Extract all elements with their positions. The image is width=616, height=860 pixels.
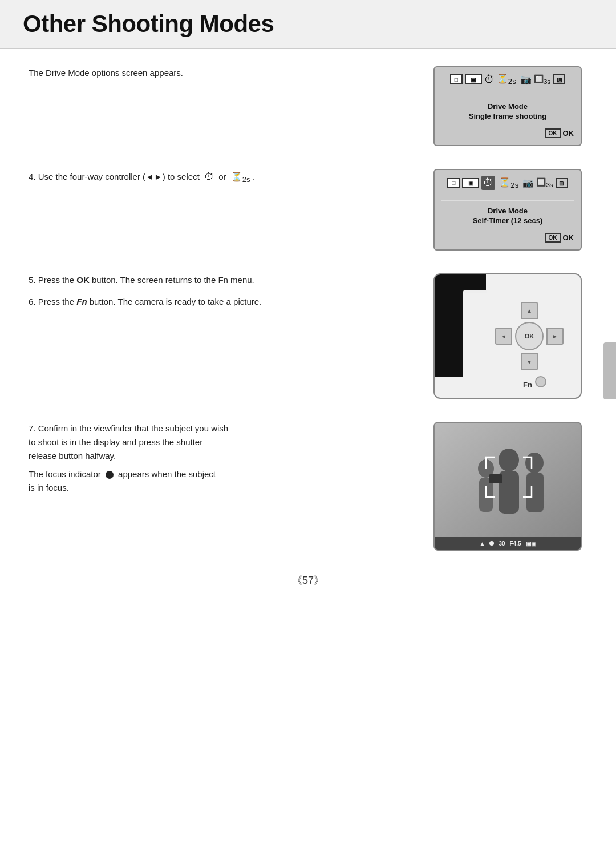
step7-text5: appears when the subject — [118, 469, 216, 479]
icon-remote-2: 📷 — [522, 177, 534, 188]
controller-area: ▲ ▼ ◄ ► OK Fn — [433, 273, 582, 399]
step6-text-a: 6. Press the — [29, 297, 74, 306]
icon-last-2: ▨ — [556, 178, 568, 188]
separator-1 — [441, 96, 574, 96]
step6-text-b: button. The camera is ready to take a pi… — [90, 297, 262, 306]
section1-text: The Drive Mode options screen appears. — [29, 66, 411, 80]
drive-label-1: Drive Mode — [488, 102, 528, 111]
icon-remote-3s: 🔲3s — [534, 74, 550, 85]
svg-rect-0 — [463, 290, 487, 293]
step7-text: 7. Confirm in the viewfinder that the su… — [29, 422, 411, 495]
icon-remote: 📷 — [520, 74, 532, 85]
page-header: Other Shooting Modes — [0, 0, 616, 49]
icon-single-frame: □ — [450, 74, 463, 84]
focus-indicator — [106, 471, 114, 479]
step7-text3: release button halfway. — [29, 451, 116, 461]
ok-row-2: OK OK — [545, 233, 574, 243]
ok-row-1: OK OK — [545, 128, 574, 138]
icon-last: ▨ — [553, 74, 565, 84]
ok-box-2: OK — [545, 233, 561, 243]
drive-value-1: Single frame shooting — [469, 112, 547, 120]
drive-label-2: Drive Mode — [488, 207, 528, 215]
viewfinder-status: ▲ 30 F4.5 ▣▣ — [435, 537, 581, 550]
sidebar-tab — [603, 342, 616, 399]
step4-icon1: ⏱ — [204, 171, 214, 182]
fn-label: Fn — [523, 381, 532, 389]
dpad-right[interactable]: ► — [546, 328, 564, 345]
icon-single-frame-2: □ — [447, 178, 460, 188]
svg-point-4 — [499, 449, 519, 471]
dpad-left[interactable]: ◄ — [495, 328, 512, 345]
step7-focus: The focus indicator appears when the sub… — [29, 467, 405, 495]
step7-text1: 7. Confirm in the viewfinder that the su… — [29, 423, 228, 433]
status-mode: ▣▣ — [526, 540, 536, 547]
viewfinder-image: ▲ 30 F4.5 ▣▣ — [428, 422, 587, 551]
ok-text-2: OK — [563, 233, 574, 242]
section-step7: 7. Confirm in the viewfinder that the su… — [29, 422, 587, 551]
svg-point-6 — [525, 453, 544, 473]
step4-icon2: ⏳2s — [231, 172, 250, 181]
step4-or: or — [218, 172, 226, 181]
drive-mode-intro: The Drive Mode options screen appears. — [29, 66, 405, 80]
ok-text-1: OK — [563, 129, 574, 138]
icon-double-frame-2: ▣ — [462, 178, 479, 188]
step4-main: 4. Use the four-way controller (◄►) to s… — [29, 172, 200, 181]
icon-self-timer-2s: ⏳2s — [497, 73, 516, 86]
step4-content: 4. Use the four-way controller (◄►) to s… — [29, 169, 405, 186]
step5-text-b: button. The screen returns to the Fn men… — [92, 275, 254, 285]
controller-image: ▲ ▼ ◄ ► OK Fn — [428, 273, 587, 399]
icons-row-1: □ ▣ ⏱ ⏳2s 📷 🔲3s ▨ — [450, 73, 565, 86]
status-dot — [489, 541, 494, 546]
step6-bold: Fn — [76, 297, 87, 306]
dpad-down[interactable]: ▼ — [521, 353, 538, 370]
screen1-image: □ ▣ ⏱ ⏳2s 📷 🔲3s ▨ Drive Mode Single fram… — [428, 66, 587, 146]
step5-bold: OK — [76, 275, 90, 285]
step7-text2: to shoot is in the display and press the… — [29, 437, 202, 447]
screen2-image: □ ▣ ⏱ ⏳2s 📷 🔲3s ▨ Drive Mode Self-Timer … — [428, 169, 587, 251]
step7-text4: The focus indicator — [29, 469, 101, 479]
icon-self-timer: ⏱ — [484, 74, 495, 86]
section-steps-5-6: 5. Press the OK button. The screen retur… — [29, 273, 587, 399]
section-drive-mode: The Drive Mode options screen appears. □… — [29, 66, 587, 146]
camera-screen-2: □ ▣ ⏱ ⏳2s 📷 🔲3s ▨ Drive Mode Self-Timer … — [433, 169, 582, 251]
dpad: ▲ ▼ ◄ ► OK — [495, 302, 564, 370]
icon-double-frame: ▣ — [465, 74, 482, 84]
page-number: 《57》 — [29, 574, 587, 587]
drive-value-2: Self-Timer (12 secs) — [473, 216, 543, 225]
step5-content: 5. Press the OK button. The screen retur… — [29, 273, 405, 287]
step6-content: 6. Press the Fn button. The camera is re… — [29, 295, 405, 309]
step5-text-a: 5. Press the — [29, 275, 74, 285]
separator-2 — [441, 200, 574, 201]
svg-rect-7 — [526, 473, 544, 512]
steps-5-6-text: 5. Press the OK button. The screen retur… — [29, 273, 411, 309]
step7-content: 7. Confirm in the viewfinder that the su… — [29, 422, 405, 463]
section-step4: 4. Use the four-way controller (◄►) to s… — [29, 169, 587, 251]
icon-self-timer-sel: ⏱ — [481, 176, 495, 190]
icons-row-2: □ ▣ ⏱ ⏳2s 📷 🔲3s ▨ — [447, 176, 568, 190]
svg-rect-8 — [489, 474, 502, 483]
status-aperture: F4.5 — [510, 540, 521, 547]
status-count: 30 — [499, 540, 505, 547]
step7-text6: is in focus. — [29, 483, 69, 492]
viewfinder-scene — [435, 423, 582, 537]
icon-remote-3s-2: 🔲3s — [536, 177, 553, 188]
ok-box-1: OK — [545, 128, 561, 138]
camera-screen-1: □ ▣ ⏱ ⏳2s 📷 🔲3s ▨ Drive Mode Single fram… — [433, 66, 582, 146]
step4-period: . — [253, 172, 255, 181]
dpad-center[interactable]: OK — [515, 322, 544, 350]
icon-self-timer-2s-2: ⏳2s — [499, 177, 518, 189]
viewfinder-wrapper: ▲ 30 F4.5 ▣▣ — [433, 422, 582, 551]
status-flash: ▲ — [479, 540, 485, 547]
viewfinder-inner — [435, 423, 581, 537]
page-title: Other Shooting Modes — [23, 10, 593, 38]
dpad-ok-label: OK — [525, 333, 534, 340]
step4-text: 4. Use the four-way controller (◄►) to s… — [29, 169, 411, 186]
dpad-up[interactable]: ▲ — [521, 302, 538, 319]
